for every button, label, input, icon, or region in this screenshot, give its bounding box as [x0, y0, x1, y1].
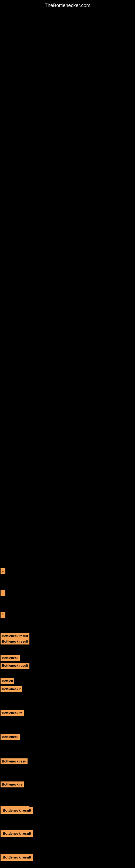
partial-item-2: |: [1, 590, 5, 596]
bottleneck-item-8: Bottleneck re: [1, 710, 24, 716]
bottleneck-item-6: Bottlen: [1, 678, 14, 684]
bottleneck-row-1: Bottleneck result: [1, 807, 33, 814]
bottleneck-item-10: Bottleneck resu: [1, 758, 28, 764]
bottleneck-row-2: Bottleneck result: [1, 830, 33, 837]
chart-area: [0, 8, 135, 591]
bottleneck-item-f1: Bottleneck result: [1, 639, 30, 645]
bottleneck-item-4: Bottleneck result: [1, 633, 30, 639]
bottleneck-item-11: Bottleneck re: [1, 781, 24, 787]
bottleneck-item-5: Bottleneck: [1, 655, 20, 661]
bottleneck-item-9: Bottleneck: [1, 734, 20, 740]
bottleneck-row-3: Bottleneck result: [1, 854, 33, 861]
partial-item-3: E: [1, 612, 5, 618]
bottleneck-item-f2: Bottleneck result: [1, 663, 30, 669]
partial-item-1: E: [1, 568, 5, 574]
bottleneck-item-7: Bottleneck r: [1, 686, 22, 692]
